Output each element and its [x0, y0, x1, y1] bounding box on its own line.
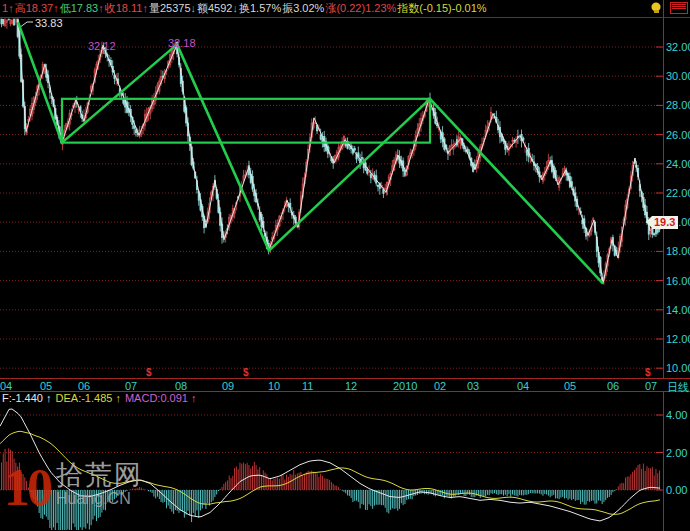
macd-value: MACD:0.091 ↑ — [125, 392, 197, 404]
macd-axis-label: 2.00 — [666, 447, 687, 459]
price-axis-label: 28.00 — [666, 99, 690, 111]
date-axis-label: 08 — [175, 380, 187, 392]
date-axis-label: 2010 — [393, 380, 417, 392]
date-axis-label: 07 — [645, 380, 657, 392]
menu-icon[interactable] — [670, 2, 688, 14]
date-axis-label: 02 — [434, 380, 446, 392]
date-axis-label: 05 — [564, 380, 576, 392]
date-axis-label: 04 — [0, 380, 12, 392]
date-axis-label: 05 — [40, 380, 52, 392]
stock-chart-window: 1↑高18.37↑低17.83↑收18.11↑量25375↓额4592↓换1.5… — [0, 0, 690, 531]
price-axis-label: 10.00 — [666, 362, 690, 374]
stock-stat: 换1.57% — [239, 2, 281, 14]
dividend-dollar-icon: $ — [243, 367, 249, 378]
header-divider — [0, 17, 690, 18]
date-axis-label: 11 — [302, 380, 313, 392]
date-axis-label: 09 — [222, 380, 234, 392]
price-axis-label: 24.00 — [666, 158, 690, 170]
alert-bell-icon[interactable] — [650, 2, 663, 14]
stock-info-bar: 1↑高18.37↑低17.83↑收18.11↑量25375↓额4592↓换1.5… — [2, 1, 488, 16]
price-axis-label: 26.00 — [666, 129, 690, 141]
price-axis-label: 32.00 — [666, 41, 690, 53]
dividend-dollar-icon: $ — [146, 367, 152, 378]
swing-high-annotation-1: 32.12 — [88, 40, 116, 52]
stock-stat: 额4592↓ — [197, 2, 238, 14]
price-axis-label: 18.00 — [666, 245, 690, 257]
price-axis-label: 14.00 — [666, 304, 690, 316]
watermark-domain: Huang.CN — [56, 490, 143, 508]
dividend-dollar-icon: $ — [645, 367, 651, 378]
stock-stat: 涨(0.22)1.23% — [325, 2, 396, 14]
macd-axis-label: 4.00 — [666, 409, 687, 421]
date-axis: 0405060708091011122010020304050607 — [0, 378, 690, 392]
date-axis-label: 06 — [78, 380, 90, 392]
price-axis-label: 12.00 — [666, 333, 690, 345]
price-axis-label: 16.00 — [666, 275, 690, 287]
macd-value: DEA:-1.485 ↑ — [56, 392, 121, 404]
date-axis-label: 07 — [125, 380, 137, 392]
macd-indicator-readout: F:-1.440 ↑DEA:-1.485 ↑MACD:0.091 ↑ — [2, 392, 200, 405]
peak-price-annotation: 33.83 — [35, 17, 63, 29]
stock-stat: 振3.02% — [282, 2, 324, 14]
macd-axis-label: 0.00 — [666, 484, 687, 496]
stock-stat: 高18.37↑ — [15, 2, 59, 14]
stock-stat: 收18.11↑ — [105, 2, 148, 14]
last-price-tag: 19.3 — [652, 216, 678, 229]
swing-high-annotation-2: 32.18 — [168, 37, 196, 49]
date-axis-label: 04 — [517, 380, 529, 392]
stock-stat: 量25375↓ — [149, 2, 196, 14]
watermark-site-name: 拾荒网 — [56, 460, 143, 490]
axis-separator-line — [663, 0, 664, 531]
date-axis-label: 03 — [467, 380, 479, 392]
watermark-number: 10 — [4, 460, 50, 516]
stock-stat: 指数(-0.15)-0.01% — [397, 2, 486, 14]
date-axis-label: 06 — [607, 380, 619, 392]
date-axis-label: 10 — [268, 380, 280, 392]
period-label: 日线 — [667, 380, 689, 395]
candlestick-chart-canvas[interactable] — [0, 0, 690, 531]
date-axis-label: 12 — [345, 380, 357, 392]
site-watermark: 10 拾荒网 Huang.CN — [4, 460, 143, 516]
price-axis-label: 22.00 — [666, 187, 690, 199]
price-axis-label: 30.00 — [666, 70, 690, 82]
stock-stat: 1↑ — [2, 2, 14, 14]
stock-stat: 低17.83↑ — [60, 2, 104, 14]
macd-value: F:-1.440 ↑ — [2, 392, 52, 404]
